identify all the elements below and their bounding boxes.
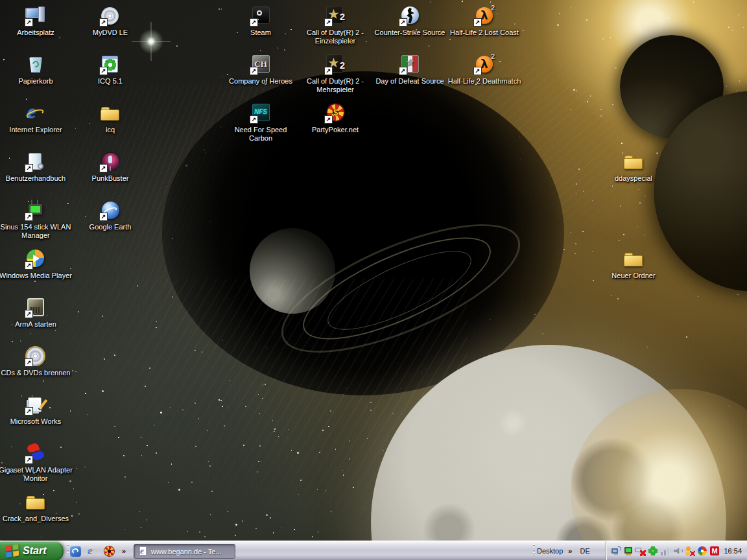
desktop-icon-label: Company of Heroes <box>229 77 292 86</box>
desktop: ↗ Arbeitsplatz Papierkorb Internet Explo… <box>0 0 747 560</box>
desktop-icon-label: MyDVD LE <box>93 29 128 37</box>
desktop-icon-google-earth[interactable]: ↗ Google Earth <box>99 200 121 222</box>
desktop-icon-label: Sinus 154 stick WLAN Manager <box>1 223 71 240</box>
shortcut-arrow-icon: ↗ <box>25 310 33 318</box>
desktop-icon-icq-51[interactable]: ↗ ICQ 5.1 <box>99 54 121 76</box>
shortcut-arrow-icon: ↗ <box>99 164 108 172</box>
language-indicator[interactable]: DE <box>576 546 593 556</box>
desktop-icon-call-of-duty-2-mehrspieler[interactable]: ↗ Call of Duty(R) 2 - Mehrspieler <box>324 54 346 76</box>
desktop-icon-label: Windows Media Player <box>0 272 72 280</box>
shortcut-arrow-icon: ↗ <box>25 407 33 415</box>
desktop-icon-arbeitsplatz[interactable]: ↗ Arbeitsplatz <box>25 5 47 27</box>
desktop-icon-icq-folder[interactable]: icq <box>99 102 121 124</box>
desktop-icon-need-for-speed-carbon[interactable]: ↗ Need For Speed Carbon <box>250 102 272 124</box>
desktop-icon-label: Day of Defeat Source <box>375 77 444 86</box>
shortcut-arrow-icon: ↗ <box>399 67 407 75</box>
desktop-icon-counter-strike-source[interactable]: ↗ Counter-Strike Source <box>399 5 421 27</box>
task-title: www.begann.de - Te... <box>151 548 222 555</box>
shortcut-arrow-icon: ↗ <box>25 456 33 464</box>
windows-flag-icon <box>6 544 19 557</box>
wallpaper-light-rays <box>0 279 467 560</box>
desktop-icon-half-life-2-lost-coast[interactable]: ↗ Half-Life 2 Lost Coast <box>473 5 495 27</box>
desktop-icon-label: Gigaset WLAN Adapter Monitor <box>0 466 73 483</box>
network-disconnected-icon[interactable] <box>635 546 646 556</box>
wlan-stick-monitor-icon[interactable] <box>623 546 634 556</box>
outlook-express-icon[interactable] <box>70 546 81 557</box>
desktop-icon-label: Need For Speed Carbon <box>235 126 287 143</box>
desktop-icon-label: Counter-Strike Source <box>375 29 445 37</box>
start-button[interactable]: Start <box>0 541 64 560</box>
desktop-icon-company-of-heroes[interactable]: ↗ Company of Heroes <box>250 54 272 76</box>
desktop-icon-steam[interactable]: ↗ Steam <box>250 5 272 27</box>
folder-icon <box>25 491 47 513</box>
desktop-icon-punkbuster[interactable]: ↗ PunkBuster <box>99 151 121 173</box>
signal-strength-icon[interactable] <box>660 546 670 556</box>
desktop-icon-partypoker-net[interactable]: ↗ PartyPoker.net <box>324 102 346 124</box>
desktop-icon-label: Half-Life 2 Deathmatch <box>448 77 521 86</box>
desktop-icon-call-of-duty-2-einzelspieler[interactable]: ↗ Call of Duty(R) 2 - Einzelspieler <box>324 5 346 27</box>
start-button-label: Start <box>23 545 46 557</box>
shortcut-arrow-icon: ↗ <box>473 67 482 75</box>
desktop-icon-papierkorb[interactable]: Papierkorb <box>25 54 47 76</box>
ie-icon <box>25 102 47 124</box>
quick-launch-overflow-chevron[interactable]: » <box>122 547 125 555</box>
taskbar-clock[interactable]: 16:54 <box>724 547 747 555</box>
desktop-toolbar-chevron[interactable]: » <box>568 547 571 555</box>
desktop-icon-label: Google Earth <box>89 223 132 231</box>
desktop-icon-microsoft-works[interactable]: ↗ Microsoft Works <box>25 394 47 416</box>
desktop-icon-label: Steam <box>250 29 271 37</box>
shortcut-arrow-icon: ↗ <box>99 18 108 27</box>
desktop-icon-windows-media-player[interactable]: ↗ Windows Media Player <box>25 248 47 270</box>
desktop-icon-label: Call of Duty(R) 2 - Mehrspieler <box>307 77 364 94</box>
m-application-icon[interactable] <box>709 546 720 556</box>
taskbar-task-www-begann-de[interactable]: www.begann.de - Te... <box>134 544 235 559</box>
deskband-handle[interactable] <box>533 544 535 557</box>
desktop-icon-label: Arbeitsplatz <box>17 29 54 37</box>
volume-icon[interactable] <box>672 546 683 556</box>
desktop-icon-label: Half-Life 2 Lost Coast <box>450 29 519 37</box>
icq-status-icon[interactable] <box>648 546 658 556</box>
shortcut-arrow-icon: ↗ <box>25 18 33 27</box>
shortcut-arrow-icon: ↗ <box>250 115 258 124</box>
folder-icon <box>622 151 645 173</box>
shortcut-arrow-icon: ↗ <box>324 115 333 124</box>
desktop-icon-label: Call of Duty(R) 2 - Einzelspieler <box>307 29 364 45</box>
desktop-icon-sinus-154-stick-wlan-manager[interactable]: ↗ Sinus 154 stick WLAN Manager <box>25 200 47 222</box>
desktop-icon-label: PunkBuster <box>92 174 129 183</box>
messenger-offline-icon[interactable] <box>685 546 695 556</box>
desktop-toolbar: Desktop » DE <box>537 541 593 560</box>
shortcut-arrow-icon: ↗ <box>99 67 108 75</box>
desktop-icon-label: ddayspecial <box>615 174 652 183</box>
desktop-icon-ddayspecial[interactable]: ddayspecial <box>622 151 645 173</box>
desktop-icon-gigaset-wlan-adapter-monitor[interactable]: ↗ Gigaset WLAN Adapter Monitor <box>25 443 47 465</box>
shortcut-arrow-icon: ↗ <box>473 18 482 27</box>
desktop-icon-mydvd-le[interactable]: ↗ MyDVD LE <box>99 5 121 27</box>
color-pinwheel-icon[interactable] <box>697 546 707 556</box>
shortcut-arrow-icon: ↗ <box>324 18 333 27</box>
desktop-icon-label: PartyPoker.net <box>312 126 359 134</box>
desktop-icon-label: Papierkorb <box>18 77 53 86</box>
desktop-icon-neuer-ordner[interactable]: Neuer Ordner <box>622 248 645 270</box>
internet-explorer-icon[interactable] <box>87 546 98 557</box>
desktop-icon-cds-dvds-brennen[interactable]: ↗ CDs & DVDs brennen <box>25 345 47 368</box>
desktop-icon-label: Internet Explorer <box>9 126 62 134</box>
desktop-icon-internet-explorer[interactable]: Internet Explorer <box>25 102 47 124</box>
desktop-icon-benutzerhandbuch[interactable]: ↗ Benutzerhandbuch <box>25 151 47 173</box>
system-tray: 16:54 <box>606 541 747 560</box>
desktop-icon-arma-starten[interactable]: ↗ ArmA starten <box>25 297 47 319</box>
wireless-network-icon[interactable] <box>611 546 621 556</box>
shortcut-arrow-icon: ↗ <box>399 18 407 27</box>
partypoker-icon[interactable] <box>104 546 115 557</box>
desktop-icon-half-life-2-deathmatch[interactable]: ↗ Half-Life 2 Deathmatch <box>473 54 495 76</box>
internet-explorer-icon <box>138 546 148 556</box>
desktop-icon-label: Crack_and_Diverses <box>3 515 69 523</box>
shortcut-arrow-icon: ↗ <box>324 67 333 75</box>
shortcut-arrow-icon: ↗ <box>250 18 258 27</box>
desktop-icon-label: icq <box>106 126 115 134</box>
desktop-toolbar-label[interactable]: Desktop <box>537 547 563 555</box>
quick-launch-handle[interactable] <box>67 544 69 557</box>
desktop-icon-label: Microsoft Works <box>10 417 62 426</box>
desktop-icon-day-of-defeat-source[interactable]: ↗ Day of Defeat Source <box>399 54 421 76</box>
desktop-icon-crack-and-diverses[interactable]: Crack_and_Diverses <box>25 491 47 513</box>
shortcut-arrow-icon: ↗ <box>250 67 258 75</box>
